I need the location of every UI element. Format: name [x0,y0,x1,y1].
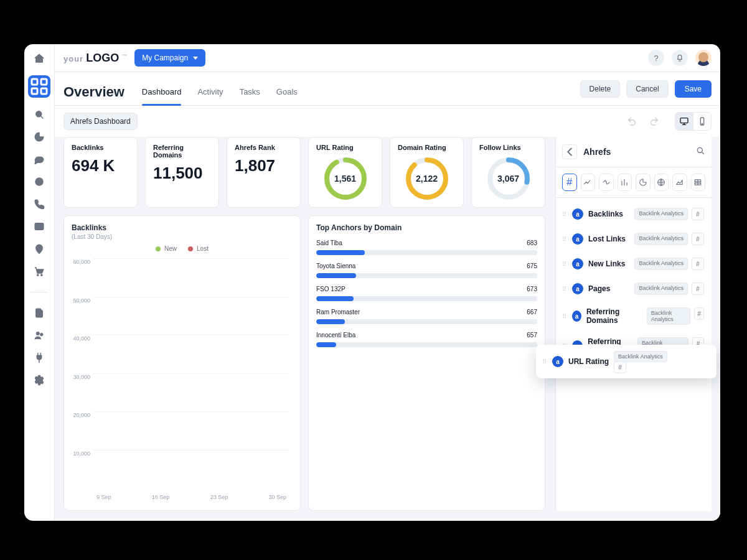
chart-legend: New Lost [72,245,293,252]
device-toggle [675,112,712,131]
svg-point-6 [38,180,41,184]
type-number[interactable]: # [562,174,577,191]
widget-item-dragging[interactable]: ⠿ a URL Rating Backlink Analytics # [536,345,716,378]
drag-handle-icon[interactable]: ⠿ [562,236,567,243]
home-icon[interactable] [34,53,45,64]
type-line[interactable] [581,174,596,191]
file-icon[interactable] [34,307,45,319]
chat-icon[interactable] [34,154,45,165]
legend-new-dot [156,246,161,251]
target-icon[interactable] [34,176,45,187]
device-mobile[interactable] [693,113,711,130]
widget-item[interactable]: ⠿aPagesBacklink Analytics# [558,278,708,300]
metric-label: Backlinks [72,144,129,151]
cancel-button[interactable]: Cancel [626,80,668,98]
metric-card[interactable]: Backlinks694 K [63,137,138,208]
metric-label: Referring Domains [153,144,211,159]
notifications-button[interactable] [672,50,688,66]
widget-item-type-icon: # [614,361,626,373]
widget-item-tag: Backlink Analytics [647,307,690,325]
svg-point-23 [697,147,702,152]
device-desktop[interactable] [675,113,693,130]
type-pie[interactable] [636,174,651,191]
svg-point-4 [36,111,42,117]
delete-button[interactable]: Delete [580,80,621,98]
tab-goals[interactable]: Goals [276,78,298,105]
metric-card[interactable]: Domain Rating2,122 [390,137,464,208]
anchor-value: 675 [527,263,537,269]
widget-item-type-icon: # [692,282,704,295]
legend-lost-label: Lost [197,245,209,252]
users-icon[interactable] [34,330,45,341]
gear-icon[interactable] [34,375,45,386]
ahrefs-logo-icon: a [572,233,583,245]
type-bar[interactable] [618,174,632,191]
phone-icon[interactable] [34,198,45,210]
plug-icon[interactable] [34,352,45,363]
subheader: Overview Dashboard Activity Tasks Goals … [55,72,720,106]
page-title: Overview [63,84,125,100]
search-icon[interactable] [34,109,45,120]
anchor-bar [316,296,537,301]
svg-rect-0 [32,79,37,85]
anchor-name: Toyota Sienna [316,263,355,269]
save-button[interactable]: Save [675,80,712,98]
svg-point-16 [702,123,702,124]
metric-card[interactable]: Ahrefs Rank1,807 [227,137,301,208]
metric-card[interactable]: URL Rating1,561 [308,137,382,208]
back-button[interactable] [562,144,577,159]
drag-handle-icon[interactable]: ⠿ [562,286,567,292]
anchor-bar [316,319,537,324]
anchor-name: Said Tiba [316,240,342,246]
mail-icon[interactable] [34,221,45,232]
anchors-title: Top Anchors by Domain [316,223,537,232]
pin-icon[interactable] [34,243,45,254]
widget-item-label: New Links [588,259,625,268]
widget-search-icon[interactable] [695,146,705,158]
widget-item-type-icon: # [692,258,704,270]
ahrefs-logo-icon: a [572,208,583,220]
type-globe[interactable] [654,174,669,191]
campaign-dropdown[interactable]: My Campaign [134,49,205,67]
stacked-bar-chart: 10,00020,00030,00040,00050,00060,000 9 S… [72,254,293,503]
widget-item[interactable]: ⠿aNew LinksBacklink Analytics# [558,253,708,275]
drag-handle-icon[interactable]: ⠿ [562,313,567,320]
anchor-bar [316,250,537,255]
anchor-row: Toyota Sienna675 [316,263,537,278]
metric-value: 11,500 [153,164,211,183]
help-button[interactable]: ? [648,50,664,66]
widget-item[interactable]: ⠿aReferring DomainsBacklink Analytics# [558,302,708,330]
metric-card[interactable]: Follow Links3,067 [471,137,545,208]
type-area[interactable] [672,174,687,191]
drag-handle-icon[interactable]: ⠿ [542,358,547,365]
type-spark[interactable] [599,174,614,191]
anchor-bar [316,273,537,278]
ahrefs-logo-icon: a [572,310,581,322]
tab-activity[interactable]: Activity [197,78,223,105]
drag-handle-icon[interactable]: ⠿ [562,261,567,268]
drag-handle-icon[interactable]: ⠿ [562,211,567,218]
widget-item[interactable]: ⠿aLost LinksBacklink Analytics# [558,228,708,250]
widget-item[interactable]: ⠿aBacklinksBacklink Analytics# [558,203,708,225]
svg-rect-3 [41,88,47,94]
donut-gauge: 2,122 [405,156,449,201]
pie-icon[interactable] [34,131,45,142]
cart-icon[interactable] [34,266,45,277]
chart-subtitle: (Last 30 Days) [72,233,293,240]
svg-point-12 [40,334,43,336]
tab-dashboard[interactable]: Dashboard [142,78,182,105]
widget-title: Ahrefs [583,147,611,157]
type-table[interactable] [691,174,706,191]
anchor-name: FSO 132P [316,286,345,292]
svg-point-11 [37,332,40,335]
apps-icon[interactable] [28,75,50,98]
anchor-row: Said Tiba683 [316,240,537,255]
metric-card[interactable]: Referring Domains11,500 [145,137,219,208]
anchor-row: FSO 132P673 [316,286,537,301]
breadcrumb[interactable]: Ahrefs Dashboard [63,113,138,130]
tab-tasks[interactable]: Tasks [240,78,260,105]
metric-label: Follow Links [479,144,537,151]
widget-item-tag: Backlink Analytics [634,258,688,270]
avatar[interactable] [695,50,712,66]
metric-value: 694 K [72,156,129,175]
